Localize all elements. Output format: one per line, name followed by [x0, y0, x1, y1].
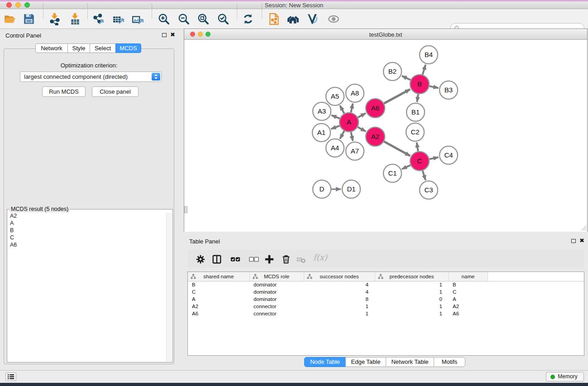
table-cell[interactable]: B	[188, 281, 249, 288]
table-cell[interactable]: A6	[449, 310, 488, 317]
edge-B-B2[interactable]	[402, 76, 411, 80]
mcds-result-list[interactable]: A2ABCA6	[7, 212, 172, 362]
edge-C-C1[interactable]	[402, 165, 411, 169]
table-row[interactable]: Cdominator41C	[188, 288, 584, 295]
node-A3[interactable]: A3	[313, 102, 331, 120]
table-cell[interactable]: 1	[375, 288, 449, 295]
edge-A6-B[interactable]	[384, 89, 410, 103]
column-header-predecessor-nodes[interactable]: predecessor nodes	[375, 272, 449, 281]
zoom-in-icon[interactable]	[157, 12, 171, 26]
mcds-result-item[interactable]: A6	[7, 241, 172, 248]
export-table-icon[interactable]	[111, 12, 126, 26]
zoom-out-icon[interactable]	[177, 12, 191, 26]
node-D[interactable]: D	[313, 180, 331, 198]
table-cell[interactable]: C	[188, 288, 249, 295]
criterion-select[interactable]: largest connected component (directed)	[20, 71, 162, 82]
add-column-icon[interactable]	[263, 253, 275, 265]
edge-C-C3[interactable]	[423, 171, 426, 180]
mcds-result-item[interactable]: A2	[7, 212, 172, 219]
column-header-shared-name[interactable]: shared name	[188, 272, 249, 281]
task-history-button[interactable]	[5, 372, 16, 381]
tab-select[interactable]: Select	[90, 43, 116, 53]
settings-icon[interactable]	[195, 253, 206, 265]
node-A6[interactable]: A6	[366, 99, 385, 118]
table-cell[interactable]: B	[449, 281, 488, 288]
import-network-icon[interactable]	[48, 12, 62, 26]
table-cell[interactable]: connector	[249, 310, 304, 317]
node-B1[interactable]: B1	[406, 103, 425, 121]
node-table[interactable]: shared nameMCDS rolesuccessor nodesprede…	[187, 272, 584, 356]
edge-A-A1[interactable]	[331, 126, 340, 129]
node-A7[interactable]: A7	[346, 142, 364, 160]
refresh-layout-icon[interactable]	[241, 12, 255, 26]
table-row[interactable]: Bdominator41B	[188, 281, 584, 288]
table-cell[interactable]: 0	[375, 295, 449, 303]
table-cell[interactable]: 1	[375, 310, 449, 317]
deselect-all-checkboxes-icon[interactable]	[248, 253, 260, 265]
edge-B-B1[interactable]	[417, 94, 418, 102]
node-A2[interactable]: A2	[366, 127, 385, 146]
mcds-result-scrollbar[interactable]	[166, 213, 172, 362]
table-cell[interactable]: connector	[249, 303, 304, 310]
save-session-icon[interactable]	[22, 12, 36, 26]
delete-table-icon[interactable]	[295, 253, 307, 265]
column-header-successor-nodes[interactable]: successor nodes	[304, 272, 375, 281]
edge-A2-C[interactable]	[384, 142, 410, 156]
edge-B-B4[interactable]	[422, 65, 425, 75]
table-cell[interactable]: 1	[375, 281, 449, 288]
mcds-result-item[interactable]: C	[7, 234, 172, 241]
table-cell[interactable]: 1	[304, 303, 375, 310]
open-session-icon[interactable]	[3, 12, 17, 26]
mcds-result-item[interactable]: B	[7, 227, 172, 234]
tab-mcds[interactable]: MCDS	[115, 43, 141, 53]
tab-edge-table[interactable]: Edge Table	[345, 357, 386, 367]
import-table-icon[interactable]	[68, 12, 82, 26]
node-A5[interactable]: A5	[326, 87, 344, 105]
resize-grip[interactable]	[581, 225, 587, 231]
tab-node-table[interactable]: Node Table	[304, 357, 346, 367]
tab-network-table[interactable]: Network Table	[386, 357, 434, 367]
table-cell[interactable]: dominator	[249, 295, 304, 303]
table-cell[interactable]: 8	[304, 295, 375, 303]
table-cell[interactable]: 4	[304, 281, 375, 288]
node-B4[interactable]: B4	[420, 46, 438, 64]
new-network-from-selection-icon[interactable]	[267, 12, 282, 26]
select-all-checkboxes-icon[interactable]	[229, 253, 241, 265]
export-network-icon[interactable]	[92, 12, 106, 26]
table-row[interactable]: A6connector11A6	[188, 310, 584, 317]
node-B3[interactable]: B3	[440, 81, 458, 99]
table-cell[interactable]: 4	[304, 288, 375, 295]
vizmapper-icon[interactable]	[306, 12, 320, 26]
node-C3[interactable]: C3	[420, 181, 438, 199]
network-window-titlebar[interactable]: testGlobe.txt	[184, 29, 587, 40]
tab-motifs[interactable]: Motifs	[434, 357, 465, 367]
close-panel-button[interactable]: Close panel	[92, 86, 139, 97]
table-row[interactable]: A2connector11A2	[188, 303, 584, 310]
edge-A-A2[interactable]	[358, 127, 366, 132]
function-builder-icon[interactable]: f(x)	[313, 253, 327, 262]
edge-A-A6[interactable]	[358, 113, 365, 117]
table-cell[interactable]: dominator	[249, 281, 304, 288]
edge-A-A3[interactable]	[331, 115, 339, 119]
run-mcds-button[interactable]: Run MCDS	[42, 86, 86, 97]
network-canvas[interactable]: AA1A2A3A4A5A6A7A8BB1B2B3B4CC1C2C3C4DD1	[184, 40, 587, 232]
table-cell[interactable]: 1	[375, 303, 449, 310]
edge-A-A7[interactable]	[351, 132, 353, 141]
node-B[interactable]: B	[410, 75, 429, 94]
edge-A-A8[interactable]	[351, 104, 353, 113]
table-cell[interactable]: A6	[188, 310, 249, 317]
column-header-name[interactable]: name	[449, 272, 488, 281]
memory-button[interactable]: Memory	[546, 372, 584, 381]
node-C[interactable]: C	[410, 152, 429, 171]
export-image-icon[interactable]	[131, 12, 145, 26]
float-panel-icon[interactable]	[162, 33, 167, 37]
birdseye-toggle[interactable]	[184, 206, 187, 213]
mcds-result-item[interactable]: A	[7, 219, 172, 227]
float-panel-icon[interactable]	[571, 239, 576, 243]
split-view-icon[interactable]	[211, 253, 223, 265]
table-cell[interactable]: A2	[188, 303, 249, 310]
delete-selected-icon[interactable]	[280, 253, 292, 265]
home-icon[interactable]	[286, 12, 301, 26]
node-C4[interactable]: C4	[440, 146, 458, 164]
table-cell[interactable]: dominator	[249, 288, 304, 295]
